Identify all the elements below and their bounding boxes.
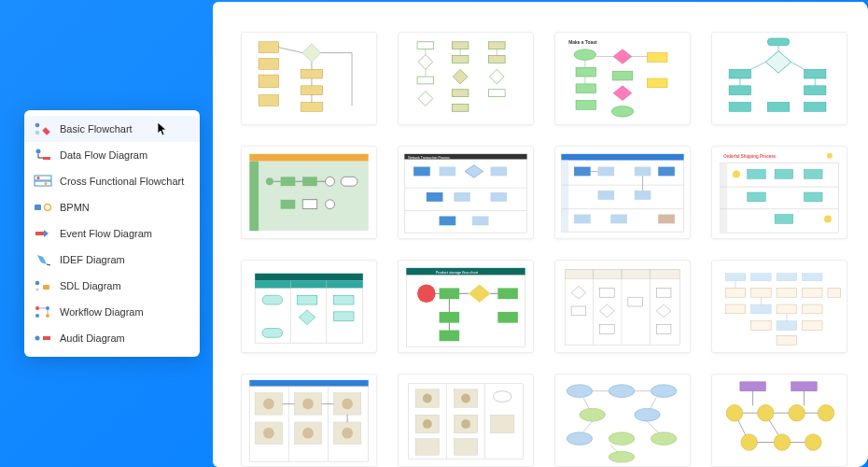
template-card-02[interactable] xyxy=(398,32,534,125)
svg-rect-181 xyxy=(656,288,671,297)
svg-rect-195 xyxy=(777,304,797,314)
svg-point-9 xyxy=(37,177,40,179)
template-card-12[interactable] xyxy=(711,260,847,353)
svg-rect-48 xyxy=(452,104,469,111)
svg-rect-183 xyxy=(656,325,671,334)
svg-marker-105 xyxy=(465,165,483,178)
template-title: Orderful Shipping Process xyxy=(723,154,776,159)
svg-rect-204 xyxy=(249,380,368,387)
sidebar-item-label: Event Flow Diagram xyxy=(60,228,190,239)
svg-point-91 xyxy=(326,177,335,186)
svg-rect-75 xyxy=(729,86,751,95)
template-card-05[interactable] xyxy=(241,146,377,239)
svg-rect-134 xyxy=(748,170,766,179)
sidebar-item-audit[interactable]: Audit Diagram xyxy=(24,325,200,351)
sidebar-item-data-flow[interactable]: Data Flow Diagram xyxy=(24,142,200,168)
sidebar-item-basic-flowchart[interactable]: Basic Flowchart xyxy=(24,116,200,142)
template-card-01[interactable] xyxy=(241,32,377,125)
svg-point-133 xyxy=(733,170,740,177)
template-card-15[interactable] xyxy=(554,374,691,467)
sdl-icon xyxy=(34,279,52,292)
svg-rect-248 xyxy=(791,382,817,391)
template-title: Product storage flow chart xyxy=(436,270,479,275)
svg-point-21 xyxy=(46,314,49,318)
svg-marker-178 xyxy=(600,304,615,318)
svg-rect-90 xyxy=(302,177,317,186)
svg-rect-47 xyxy=(452,90,469,97)
svg-rect-189 xyxy=(751,288,772,297)
sidebar-item-bpmn[interactable]: BPMN xyxy=(24,194,200,220)
svg-point-219 xyxy=(342,428,353,439)
svg-point-255 xyxy=(805,434,821,451)
svg-point-95 xyxy=(326,200,335,209)
svg-rect-27 xyxy=(259,58,279,69)
svg-rect-180 xyxy=(628,297,643,306)
template-card-13[interactable] xyxy=(241,374,377,467)
svg-point-2 xyxy=(35,131,40,135)
svg-rect-186 xyxy=(777,274,797,281)
svg-rect-170 xyxy=(622,270,650,279)
svg-rect-135 xyxy=(775,170,793,179)
sidebar-item-label: SDL Diagram xyxy=(60,280,190,291)
svg-rect-29 xyxy=(259,95,279,106)
svg-rect-42 xyxy=(417,77,434,84)
svg-rect-152 xyxy=(262,329,283,338)
svg-rect-112 xyxy=(561,154,683,161)
svg-point-17 xyxy=(35,288,38,290)
svg-rect-71 xyxy=(767,38,790,46)
svg-point-242 xyxy=(635,408,660,421)
svg-rect-118 xyxy=(598,167,615,177)
svg-rect-49 xyxy=(489,42,506,50)
svg-rect-44 xyxy=(452,42,469,50)
template-card-09[interactable] xyxy=(241,260,377,353)
svg-rect-194 xyxy=(751,304,772,314)
template-card-03[interactable]: Make a Toast xyxy=(554,32,691,125)
svg-rect-32 xyxy=(301,86,323,95)
sidebar-item-idef[interactable]: IDEF Diagram xyxy=(24,247,200,273)
sidebar-item-sdl[interactable]: SDL Diagram xyxy=(24,273,200,299)
audit-icon xyxy=(34,332,52,345)
template-card-08[interactable]: Orderful Shipping Process xyxy=(711,146,847,239)
sidebar-item-label: IDEF Diagram xyxy=(60,254,190,265)
svg-marker-43 xyxy=(418,92,433,106)
svg-rect-169 xyxy=(594,270,622,279)
template-card-06[interactable]: Network Transaction Process xyxy=(398,146,534,239)
sidebar-item-event-flow[interactable]: Event Flow Diagram xyxy=(24,220,200,247)
svg-point-64 xyxy=(611,106,634,117)
template-card-07[interactable] xyxy=(554,146,691,239)
template-card-11[interactable] xyxy=(554,260,691,353)
svg-rect-94 xyxy=(302,200,317,209)
svg-point-245 xyxy=(651,432,676,446)
svg-rect-123 xyxy=(574,215,591,224)
svg-rect-122 xyxy=(635,191,651,200)
sidebar-item-label: Basic Flowchart xyxy=(60,123,190,134)
svg-rect-199 xyxy=(803,321,823,331)
svg-rect-93 xyxy=(281,200,296,209)
svg-rect-13 xyxy=(35,232,44,235)
svg-rect-117 xyxy=(574,167,591,177)
svg-point-240 xyxy=(651,385,676,398)
data-flow-icon xyxy=(34,149,52,162)
svg-point-20 xyxy=(35,314,39,318)
sidebar-item-workflow[interactable]: Workflow Diagram xyxy=(24,299,200,325)
svg-rect-86 xyxy=(249,162,368,231)
sidebar-item-label: Cross Functional Flowchart xyxy=(60,176,190,187)
svg-rect-66 xyxy=(647,78,667,88)
svg-rect-196 xyxy=(803,304,823,314)
template-card-04[interactable] xyxy=(711,32,847,125)
template-card-16[interactable] xyxy=(711,374,847,467)
svg-marker-63 xyxy=(613,86,632,101)
svg-point-155 xyxy=(417,284,436,303)
svg-point-237 xyxy=(461,419,470,429)
svg-rect-190 xyxy=(777,288,797,297)
svg-point-218 xyxy=(302,428,314,439)
diagram-type-sidebar: Basic Flowchart Data Flow Diagram Cross … xyxy=(24,110,200,357)
svg-point-249 xyxy=(726,404,743,421)
svg-point-217 xyxy=(263,428,274,439)
template-card-14[interactable] xyxy=(398,374,534,467)
svg-point-57 xyxy=(574,50,596,61)
svg-point-239 xyxy=(609,385,634,398)
template-card-10[interactable]: Product storage flow chart xyxy=(398,260,534,353)
sidebar-item-cross-functional[interactable]: Cross Functional Flowchart xyxy=(24,168,200,194)
svg-rect-87 xyxy=(249,162,259,231)
